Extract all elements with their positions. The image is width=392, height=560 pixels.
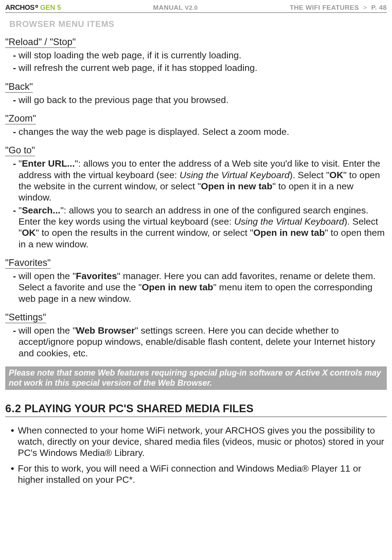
section-6-2-bullets: When connected to your home WiFi network… bbox=[5, 425, 387, 486]
section-6-2-title: 6.2 Playing your PC's shared Media Files bbox=[5, 402, 387, 417]
section-name: THE WIFI FEATURES bbox=[290, 4, 359, 11]
bold-label: Open in new tab bbox=[253, 227, 325, 238]
menu-title-goto: "Go to" bbox=[5, 145, 387, 156]
bold-label: Search... bbox=[22, 205, 60, 216]
manual-label: MANUAL bbox=[153, 4, 183, 11]
reload-list: will stop loading the web page, if it is… bbox=[5, 50, 387, 74]
subsection-title: BROWSER MENU ITEMS bbox=[9, 19, 387, 29]
back-list: will go back to the previous page that y… bbox=[5, 94, 387, 106]
list-item: will open the "Web Browser" settings scr… bbox=[13, 325, 387, 359]
favorites-list: will open the "Favorites" manager. Here … bbox=[5, 270, 387, 304]
version-label: V2.0 bbox=[185, 5, 198, 11]
list-item: "Search...": allows you to search an add… bbox=[13, 205, 387, 250]
menu-title-reload: "Reload" / "Stop" bbox=[5, 37, 387, 48]
gen5-label: GEN 5 bbox=[40, 3, 61, 12]
header-center: MANUAL V2.0 bbox=[153, 4, 198, 12]
bold-label: Enter URL... bbox=[22, 158, 75, 169]
bold-label: Open in new tab bbox=[201, 181, 273, 191]
bold-label: Open in new tab bbox=[142, 282, 213, 292]
archos-logo: ARCHOS bbox=[5, 3, 38, 12]
goto-list: "Enter URL...": allows you to enter the … bbox=[5, 158, 387, 250]
list-item: For this to work, you will need a WiFi c… bbox=[9, 463, 387, 486]
bold-label: Favorites bbox=[76, 271, 117, 281]
list-item: will refresh the current web page, if it… bbox=[13, 62, 387, 73]
list-item: "Enter URL...": allows you to enter the … bbox=[13, 158, 387, 203]
header-right: THE WIFI FEATURES > P. 48 bbox=[290, 4, 387, 12]
bold-label: Web Browser bbox=[76, 325, 135, 336]
chevron-right-icon: > bbox=[363, 4, 367, 11]
list-item: When connected to your home WiFi network… bbox=[9, 425, 387, 459]
cross-ref: Using the Virtual Keyboard bbox=[234, 216, 344, 227]
menu-title-zoom: "Zoom" bbox=[5, 113, 387, 124]
note-box: Please note that some Web features requi… bbox=[5, 366, 387, 390]
brand-dot-icon bbox=[35, 5, 38, 8]
brand-text: ARCHOS bbox=[5, 3, 35, 12]
section-number: 6.2 bbox=[5, 402, 21, 415]
zoom-list: changes the way the web page is displaye… bbox=[5, 126, 387, 137]
cross-ref: Using the Virtual Keyboard bbox=[180, 170, 290, 180]
list-item: will go back to the previous page that y… bbox=[13, 94, 387, 106]
bold-label: OK bbox=[329, 170, 343, 180]
menu-title-settings: "Settings" bbox=[5, 312, 387, 323]
list-item: will open the "Favorites" manager. Here … bbox=[13, 270, 387, 304]
page-header: ARCHOS GEN 5 MANUAL V2.0 THE WIFI FEATUR… bbox=[5, 3, 387, 13]
header-left: ARCHOS GEN 5 bbox=[5, 3, 61, 12]
menu-title-favorites: "Favorites" bbox=[5, 257, 387, 268]
bold-label: OK bbox=[22, 227, 36, 238]
list-item: will stop loading the web page, if it is… bbox=[13, 50, 387, 61]
menu-title-back: "Back" bbox=[5, 81, 387, 92]
settings-list: will open the "Web Browser" settings scr… bbox=[5, 325, 387, 359]
section-heading-text: Playing your PC's shared Media Files bbox=[24, 402, 254, 415]
page-number: P. 48 bbox=[371, 4, 387, 11]
list-item: changes the way the web page is displaye… bbox=[13, 126, 387, 137]
